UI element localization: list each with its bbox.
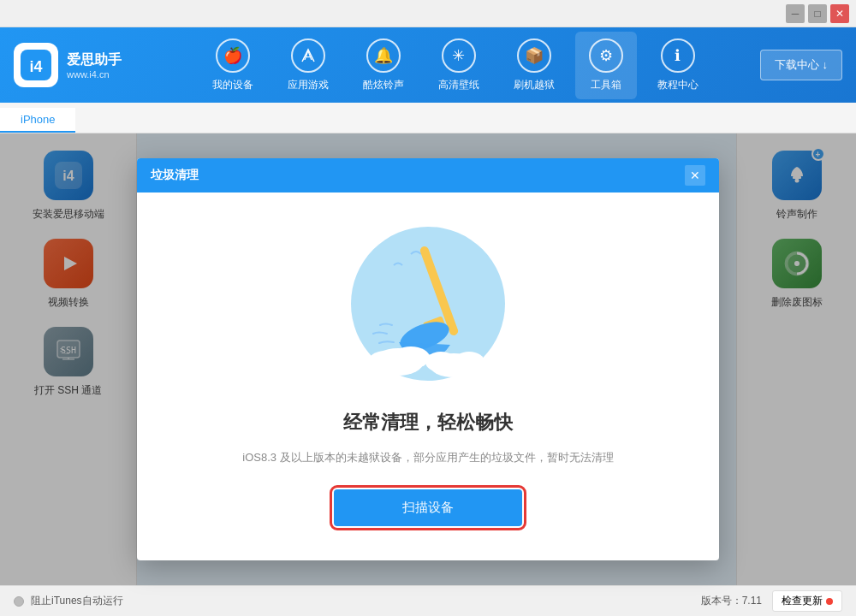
- update-dot-icon: [826, 598, 833, 605]
- modal-dialog: 垃圾清理 ✕: [137, 158, 719, 560]
- nav-item-ringtones[interactable]: 🔔 酷炫铃声: [349, 32, 418, 99]
- nav-item-toolbox[interactable]: ⚙ 工具箱: [575, 32, 637, 99]
- minimize-button[interactable]: ─: [786, 4, 805, 23]
- ringtones-icon: 🔔: [366, 38, 401, 73]
- svg-point-23: [425, 352, 456, 372]
- nav-item-apps-games[interactable]: A 应用游戏: [274, 32, 342, 99]
- modal-title: 垃圾清理: [151, 168, 199, 183]
- nav-item-my-device[interactable]: 🍎 我的设备: [199, 32, 267, 99]
- status-text: 阻止iTunes自动运行: [31, 594, 123, 608]
- main-content: i4 安装爱思移动端 视频转换 SSH >_: [0, 133, 856, 585]
- header: i4 爱思助手 www.i4.cn 🍎 我的设备 A 应用游戏 🔔 酷炫铃声 ✳…: [0, 27, 856, 103]
- update-label: 检查更新: [782, 594, 823, 608]
- toolbox-icon: ⚙: [589, 38, 623, 73]
- status-dot-icon: [14, 596, 24, 607]
- status-left: 阻止iTunes自动运行: [14, 594, 123, 608]
- modal-close-button[interactable]: ✕: [685, 165, 705, 186]
- tab-bar: iPhone: [0, 103, 856, 133]
- nav-item-wallpapers[interactable]: ✳ 高清壁纸: [425, 32, 493, 99]
- logo-name: 爱思助手: [67, 50, 122, 69]
- modal-heading: 经常清理，轻松畅快: [343, 410, 513, 435]
- close-button[interactable]: ✕: [830, 4, 849, 23]
- my-device-label: 我的设备: [212, 78, 253, 92]
- ringtones-label: 酷炫铃声: [363, 78, 404, 92]
- toolbox-label: 工具箱: [591, 78, 621, 92]
- check-update-button[interactable]: 检查更新: [772, 590, 842, 612]
- tutorials-icon: ℹ: [661, 38, 695, 73]
- logo-text-area: 爱思助手 www.i4.cn: [67, 50, 122, 80]
- maximize-button[interactable]: □: [808, 4, 827, 23]
- jailbreak-icon: 📦: [517, 38, 551, 73]
- tutorials-label: 教程中心: [657, 78, 698, 92]
- download-center-button[interactable]: 下载中心 ↓: [760, 50, 842, 80]
- version-text: 版本号：7.11: [701, 594, 762, 608]
- modal-description: iOS8.3 及以上版本的未越狱设备，部分应用产生的垃圾文件，暂时无法清理: [242, 449, 613, 467]
- svg-point-24: [454, 352, 484, 372]
- modal-overlay: 垃圾清理 ✕: [0, 133, 856, 585]
- apps-games-icon: A: [291, 38, 325, 73]
- logo-url: www.i4.cn: [67, 69, 122, 80]
- status-bar: 阻止iTunes自动运行 版本号：7.11 检查更新: [0, 585, 856, 616]
- svg-point-21: [392, 346, 430, 369]
- modal-header: 垃圾清理 ✕: [137, 158, 719, 192]
- broom-illustration: [342, 218, 514, 389]
- title-bar: ─ □ ✕: [0, 0, 856, 27]
- logo-area: i4 爱思助手 www.i4.cn: [14, 43, 151, 87]
- my-device-icon: 🍎: [216, 38, 250, 73]
- nav-items: 🍎 我的设备 A 应用游戏 🔔 酷炫铃声 ✳ 高清壁纸 📦 刷机越狱 ⚙ 工具箱…: [151, 32, 760, 99]
- tab-iphone[interactable]: iPhone: [0, 108, 75, 133]
- scan-device-button[interactable]: 扫描设备: [334, 489, 522, 526]
- logo-icon: i4: [14, 43, 58, 87]
- status-right: 版本号：7.11 检查更新: [701, 590, 842, 612]
- wallpapers-label: 高清壁纸: [438, 78, 479, 92]
- nav-item-tutorials[interactable]: ℹ 教程中心: [644, 32, 712, 99]
- wallpapers-icon: ✳: [442, 38, 476, 73]
- svg-text:i4: i4: [29, 58, 42, 75]
- jailbreak-label: 刷机越狱: [514, 78, 555, 92]
- modal-body: 经常清理，轻松畅快 iOS8.3 及以上版本的未越狱设备，部分应用产生的垃圾文件…: [137, 192, 719, 560]
- apps-games-label: 应用游戏: [288, 78, 329, 92]
- nav-item-jailbreak[interactable]: 📦 刷机越狱: [500, 32, 568, 99]
